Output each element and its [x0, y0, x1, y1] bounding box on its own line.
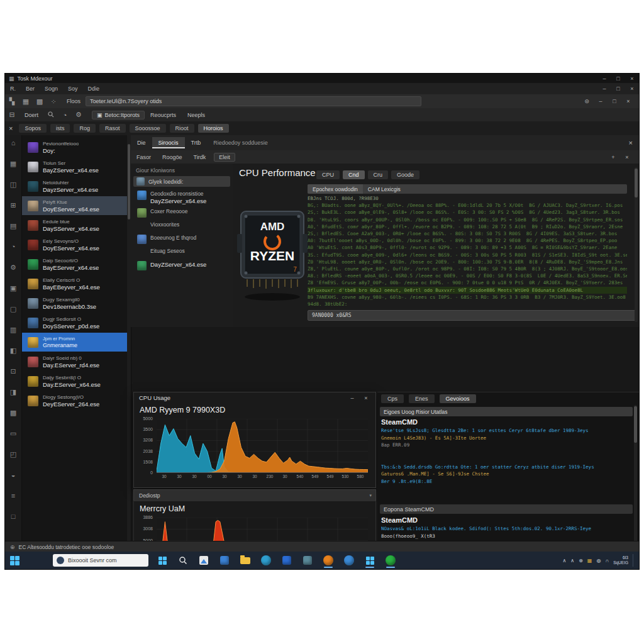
- sidebar-item-8[interactable]: Dugy Sexarngil0Dev18eernacb0.3se: [22, 294, 127, 313]
- rail-icon-12[interactable]: ◨: [5, 388, 21, 396]
- sidebar-item-4[interactable]: Eedule btueDaySServer_x64.ese: [22, 216, 127, 235]
- toolbar-right-icon-0[interactable]: ⊜: [580, 98, 594, 104]
- menu-item-sogn[interactable]: Sogn: [40, 86, 63, 92]
- rail-icon-3[interactable]: ⊞: [5, 201, 21, 209]
- process-list-row[interactable]: Geodoxdio reonsistioeDayZServer_x64.ese: [131, 191, 233, 204]
- rail-icon-7[interactable]: ▣: [5, 284, 21, 292]
- tab-rioot[interactable]: Rioot: [170, 124, 194, 133]
- minimize-button[interactable]: –: [345, 395, 359, 401]
- taskbar-search-box[interactable]: Bixoooit Sevnr com: [53, 554, 148, 567]
- rail-icon-9[interactable]: ▥: [5, 326, 21, 334]
- sidebar-item-0[interactable]: PevionontfeioooDoy:: [22, 138, 127, 157]
- minimize-button[interactable]: –: [597, 75, 611, 82]
- rail-icon-15[interactable]: ◰: [5, 450, 21, 458]
- steam-icon[interactable]: [383, 552, 398, 569]
- sidebar-item-10[interactable]: Jpm er PromnnGnmeraname: [22, 333, 127, 352]
- subrow-icon-0[interactable]: +: [606, 154, 620, 160]
- headset-icon[interactable]: ∩: [605, 558, 609, 564]
- toolbar-icon-2[interactable]: ▩: [33, 97, 47, 106]
- close-button[interactable]: ×: [625, 75, 639, 82]
- doc-tab-trtb[interactable]: Trtb: [185, 137, 208, 148]
- console-input[interactable]: 9AN0000 x0&RS: [308, 310, 636, 321]
- cpu-tab-cnd[interactable]: Cnd: [343, 170, 365, 179]
- sidebar-item-11[interactable]: Daiyr Soeid nb) 0Day.EServer_rd4.ese: [22, 352, 127, 371]
- sub-tab-eleit[interactable]: Eleit: [214, 153, 235, 162]
- doc-tab-die[interactable]: Die: [131, 137, 152, 148]
- toolbar-right-icon-1[interactable]: –: [594, 98, 608, 104]
- refresh-icon[interactable]: ◔: [58, 111, 72, 119]
- app-blue-icon[interactable]: [279, 552, 294, 569]
- app-teal-icon[interactable]: [300, 552, 315, 569]
- sidebar-item-6[interactable]: Daip Secocrti/OBayEServer_x64.ese: [22, 255, 127, 274]
- sidebar-item-3[interactable]: Peiyft KtueDoyEServer_x64.ese: [22, 196, 127, 215]
- steamcmd-subbar[interactable]: Eigoes Uoog Risior Utatlas: [380, 407, 633, 416]
- process-list-row[interactable]: Vioxxoorites: [131, 221, 233, 231]
- status-circle-icon[interactable]: ◍: [596, 558, 601, 564]
- right-tab-gevoioos[interactable]: Gevoioos: [440, 394, 476, 403]
- chevron-up-icon[interactable]: ∧: [570, 558, 574, 564]
- close-icon[interactable]: ×: [629, 139, 633, 147]
- toolbar2-reports[interactable]: Reoucprts: [150, 112, 176, 118]
- rail-icon-5[interactable]: ◔: [5, 243, 21, 250]
- console-scrollbar[interactable]: [635, 167, 638, 322]
- taskbar-clock[interactable]: 6I3 SqUEIG: [613, 555, 628, 565]
- rail-icon-2[interactable]: ◫: [5, 180, 21, 189]
- maximize-button[interactable]: □: [611, 86, 625, 92]
- toolbar2-needs[interactable]: Neepls: [187, 112, 205, 118]
- sidebar-item-9[interactable]: Dugjr Sedlorsit ODoySServer_p0d.ese: [22, 313, 127, 332]
- taskview-icon[interactable]: [155, 552, 170, 569]
- settings-icon[interactable]: ⚙: [72, 111, 86, 119]
- menu-item-ddie[interactable]: Ddie: [83, 86, 105, 92]
- cpu-subbar[interactable]: Epochex oowdodin CAM Lexicgis: [308, 184, 627, 194]
- toolbar-icon-3[interactable]: ⁘: [47, 97, 60, 106]
- process-list-row[interactable]: Eituag Seseos: [131, 248, 233, 257]
- right-tab-cps[interactable]: Cps: [381, 394, 404, 403]
- toolbar2-item[interactable]: Doert: [25, 112, 38, 118]
- tab-sopos[interactable]: Sopos: [19, 124, 47, 133]
- rail-icon-14[interactable]: ▭: [5, 430, 21, 438]
- process-list-selected[interactable]: Glyek loedxidi:: [133, 176, 230, 187]
- badge-icon[interactable]: ▦: [587, 558, 592, 564]
- app-circle-blue-icon[interactable]: [341, 552, 357, 569]
- menu-item-ber[interactable]: Ber: [21, 86, 40, 92]
- rail-icon-0[interactable]: ⌂: [5, 139, 21, 147]
- rail-icon-13[interactable]: ▩: [5, 409, 21, 417]
- rail-icon-18[interactable]: □: [5, 513, 21, 520]
- subrow-icon-1[interactable]: ×: [620, 154, 634, 160]
- sub-tab-rooge[interactable]: Roogöe: [162, 154, 182, 160]
- chart-mode-dropdown[interactable]: Dediostp ▾: [133, 489, 376, 501]
- close-button[interactable]: ×: [359, 395, 373, 401]
- toolbar-right-icon-2[interactable]: □: [608, 98, 621, 104]
- tab-rasot[interactable]: Rasot: [99, 124, 126, 133]
- rail-icon-17[interactable]: ≡: [5, 492, 21, 499]
- address-bar[interactable]: Toeter.IeUl@n.7Soyery otids: [86, 96, 421, 106]
- toolbar-icon-1[interactable]: ▦: [19, 97, 33, 106]
- cpu-tab-goode[interactable]: Goode: [391, 170, 419, 179]
- doc-tab-siroocis[interactable]: Siroocis: [152, 137, 185, 148]
- sidebar-item-12[interactable]: Daijy Sesbrr8(l ODay.EServer_x64.ese: [22, 372, 127, 391]
- tab-horoios[interactable]: Horoios: [198, 124, 229, 133]
- rail-icon-10[interactable]: ◧: [5, 347, 21, 355]
- sidebar-item-5[interactable]: Eeiy Sevoyns/ODoyEServer_x64.ese: [22, 235, 127, 254]
- rail-icon-8[interactable]: ▢: [5, 305, 21, 313]
- network-icon[interactable]: ⊕: [579, 558, 583, 564]
- menu-item-soy[interactable]: Soy: [63, 86, 83, 92]
- rail-icon-4[interactable]: ▤: [5, 222, 21, 230]
- reports-chip[interactable]: ▣ Betoc:Itporots: [92, 111, 145, 119]
- cpu-tab-cru[interactable]: Cru: [368, 170, 389, 179]
- sidebar-item-7[interactable]: Elaily Ceriscrti OBayEBeyver_x64.ese: [22, 274, 127, 293]
- sub-tab-fasor[interactable]: Fasor: [136, 154, 151, 160]
- rail-icon-1[interactable]: ▦: [5, 160, 21, 168]
- search-icon[interactable]: [44, 111, 58, 119]
- steamcmd-section-bar[interactable]: Eopona SteamCMD: [380, 504, 633, 514]
- rail-icon-6[interactable]: ⚙: [5, 264, 21, 272]
- right-tab-enes[interactable]: Enes: [409, 394, 435, 403]
- sidebar-item-2[interactable]: NetoiduhterDayzServer_x64.ese: [22, 177, 127, 196]
- minimize-button[interactable]: –: [597, 86, 611, 92]
- chrome-icon[interactable]: [321, 552, 336, 569]
- tab-sooossoe[interactable]: Sooossoe: [130, 124, 166, 133]
- sub-tab-tirdk[interactable]: Tirdk: [194, 154, 206, 160]
- rail-icon-11[interactable]: ⊡: [5, 367, 21, 375]
- sidebar-item-1[interactable]: Tiolun SerBayZServer_x64.ese: [22, 157, 127, 176]
- tab-rog[interactable]: Rog: [74, 124, 96, 133]
